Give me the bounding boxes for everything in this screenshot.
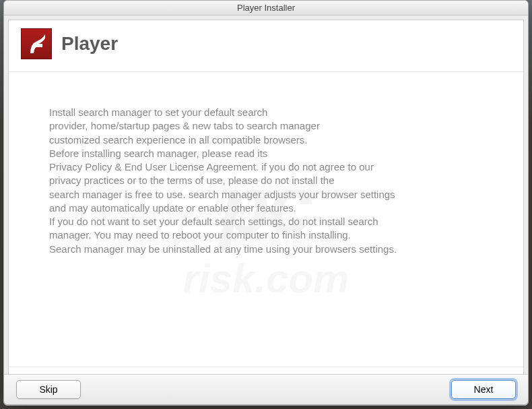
body-line: Install search manager to set your defau… — [49, 106, 483, 119]
window-content: Player Install search manager to set you… — [8, 20, 524, 401]
button-bar: Skip Next — [3, 374, 529, 405]
body-line: search manager is free to use. search ma… — [49, 188, 483, 201]
installer-window: Player Installer Player Install search m… — [3, 0, 529, 406]
body-text: Install search manager to set your defau… — [9, 72, 523, 367]
window-titlebar: Player Installer — [4, 1, 528, 15]
flash-player-icon — [21, 28, 52, 59]
body-line: privacy practices or to the terms of use… — [49, 174, 483, 187]
header: Player — [9, 20, 523, 72]
app-title: Player — [61, 33, 118, 55]
skip-button[interactable]: Skip — [16, 380, 81, 399]
next-button[interactable]: Next — [451, 380, 516, 399]
body-line: and may automatically update or enable o… — [49, 201, 483, 215]
body-line: Search manager may be uninstalled at any… — [49, 243, 483, 256]
body-line: customized search experience in all comp… — [49, 133, 483, 147]
body-line: If you do not want to set your default s… — [49, 215, 483, 228]
body-line: Privacy Policy & End User License Agreem… — [49, 160, 483, 174]
body-line: Before installing search manager, please… — [49, 147, 483, 160]
body-line: provider, home/startup pages & new tabs … — [49, 119, 483, 133]
window-title: Player Installer — [237, 3, 295, 13]
body-line: manager. You may need to reboot your com… — [49, 228, 483, 242]
